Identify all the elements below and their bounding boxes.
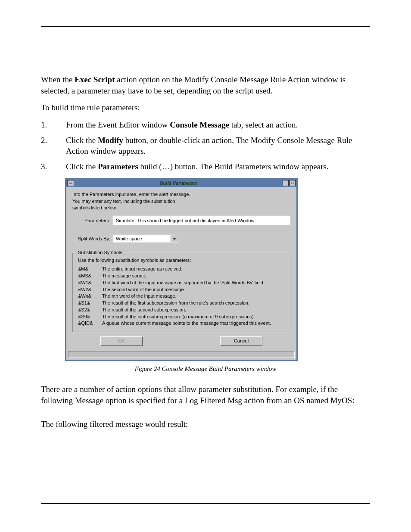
- build-parameters-dialog: Build Parameters · □ Into the Parameters…: [65, 178, 298, 361]
- table-row: &M&The entire input message as received.: [78, 266, 274, 273]
- cancel-button[interactable]: Cancel: [220, 336, 262, 346]
- steps-list: 1. From the Event Editor window Console …: [41, 119, 370, 172]
- step3-post: build (…) button. The Build Parameters w…: [138, 162, 329, 171]
- step1-pre: From the Event Editor window: [66, 120, 170, 129]
- fieldset-legend: Substitution Symbols: [76, 250, 124, 255]
- step1-post: tab, select an action.: [229, 120, 298, 129]
- minimize-icon[interactable]: ·: [283, 180, 289, 186]
- p1-bold: Exec Script: [75, 75, 115, 84]
- step3-bold: Parameters: [98, 162, 138, 171]
- symbol-desc: The result of the ninth subexpression. (…: [102, 314, 274, 321]
- symbol-key: &Wn&: [78, 293, 102, 300]
- table-row: &Wn&The nth word of the input message.: [78, 293, 274, 300]
- parameters-label: Parameters:: [72, 218, 113, 223]
- status-bar: [68, 351, 295, 358]
- intro-line: Into the Parameters input area, enter th…: [72, 191, 290, 197]
- symbol-key: &S9&: [78, 314, 102, 321]
- symbols-table: &M&The entire input message as received.…: [78, 266, 274, 327]
- table-row: &W1&The first word of the input message …: [78, 280, 274, 287]
- intro-line: symbols listed below.: [72, 205, 290, 211]
- top-rule: [41, 26, 370, 27]
- step1-bold: Console Message: [170, 120, 229, 129]
- symbol-desc: The nth word of the input message.: [102, 293, 274, 300]
- figure-caption: Figure 24 Console Message Build Paramete…: [41, 365, 370, 373]
- p1-pre: When the: [41, 75, 75, 84]
- split-words-value: White space: [113, 235, 171, 242]
- symbol-desc: A queue whose current message points to …: [102, 320, 274, 327]
- lead-in: To build time rule parameters:: [41, 102, 370, 113]
- table-row: &MS&The message source.: [78, 273, 274, 280]
- titlebar[interactable]: Build Parameters · □: [66, 179, 296, 187]
- table-row: &QID&A queue whose current message point…: [78, 320, 274, 327]
- step3-pre: Click the: [66, 162, 98, 171]
- step-number: 3.: [41, 161, 66, 172]
- table-row: &S9&The result of the ninth subexpressio…: [78, 314, 274, 321]
- symbol-key: &S2&: [78, 307, 102, 314]
- step-1: 1. From the Event Editor window Console …: [41, 119, 370, 131]
- step2-bold: Modify: [98, 136, 123, 145]
- symbol-desc: The first word of the input message as s…: [102, 280, 274, 287]
- table-row: &W2&The second word of the input message…: [78, 287, 274, 294]
- fieldset-hint: Use the following substitution symbols a…: [78, 258, 285, 263]
- dialog-title: Build Parameters: [74, 180, 283, 187]
- symbol-key: &W2&: [78, 287, 102, 294]
- intro-line: You may enter any text, including the su…: [72, 198, 290, 204]
- result-lead-in: The following filtered message would res…: [41, 419, 370, 430]
- symbol-desc: The result of the first subexpression fr…: [102, 300, 274, 307]
- symbol-key: &M&: [78, 266, 102, 273]
- symbol-desc: The message source.: [102, 273, 274, 280]
- symbol-desc: The entire input message as received.: [102, 266, 274, 273]
- symbol-desc: The second word of the input message.: [102, 287, 274, 294]
- system-menu-icon[interactable]: [67, 180, 74, 186]
- intro-paragraph: When the Exec Script action option on th…: [41, 74, 370, 96]
- chevron-down-icon[interactable]: [171, 235, 178, 242]
- table-row: &S1&The result of the first subexpressio…: [78, 300, 274, 307]
- table-row: &S2&The result of the second subexpressi…: [78, 307, 274, 314]
- bottom-rule: [41, 503, 370, 504]
- dialog-intro: Into the Parameters input area, enter th…: [72, 191, 290, 211]
- symbol-key: &S1&: [78, 300, 102, 307]
- step-number: 2.: [41, 135, 66, 157]
- step2-pre: Click the: [66, 136, 98, 145]
- symbol-key: &W1&: [78, 280, 102, 287]
- step-2: 2. Click the Modify button, or double-cl…: [41, 135, 370, 157]
- ok-button[interactable]: OK: [100, 336, 143, 346]
- after-figure-paragraph: There are a number of action options tha…: [41, 384, 370, 406]
- split-words-select[interactable]: White space: [113, 235, 178, 243]
- step-3: 3. Click the Parameters build (…) button…: [41, 161, 370, 172]
- symbol-desc: The result of the second subexpression.: [102, 307, 274, 314]
- parameters-input[interactable]: Simulate. This should be logged but not …: [113, 216, 290, 225]
- maximize-icon[interactable]: □: [290, 180, 296, 186]
- step-number: 1.: [41, 119, 66, 131]
- symbol-key: &MS&: [78, 273, 102, 280]
- symbol-key: &QID&: [78, 320, 102, 327]
- split-words-label: Split Words By:: [72, 236, 113, 241]
- substitution-symbols-group: Substitution Symbols Use the following s…: [72, 253, 290, 332]
